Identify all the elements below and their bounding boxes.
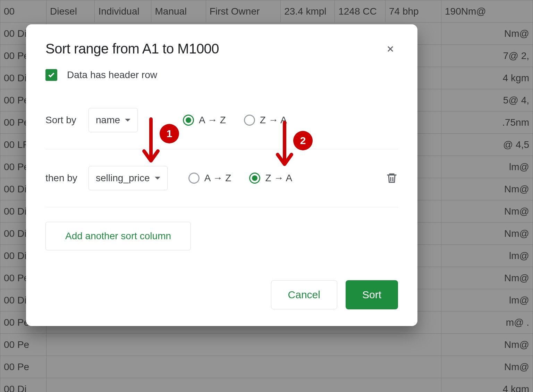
divider (45, 149, 398, 149)
header-row-checkbox[interactable] (45, 69, 57, 81)
sort-button[interactable]: Sort (346, 280, 398, 309)
radio-label: A → Z (204, 173, 231, 184)
add-sort-column-button[interactable]: Add another sort column (45, 222, 191, 250)
sort-desc-radio-1[interactable]: Z → A (244, 115, 287, 126)
sort-row-2: then by selling_price A → Z Z → A (45, 164, 398, 192)
sort-by-label: Sort by (45, 115, 88, 126)
then-by-label: then by (45, 173, 88, 184)
dialog-title: Sort range from A1 to M1000 (45, 41, 219, 57)
sort-range-dialog: Sort range from A1 to M1000 Data has hea… (26, 24, 417, 326)
sort-column-dropdown-1[interactable]: name (88, 108, 138, 132)
dropdown-value: selling_price (96, 173, 150, 184)
dropdown-value: name (96, 115, 120, 126)
sort-asc-radio-1[interactable]: A → Z (183, 115, 226, 126)
cancel-button[interactable]: Cancel (271, 280, 337, 309)
radio-icon (244, 115, 255, 126)
close-icon (386, 44, 395, 54)
divider (45, 207, 398, 207)
radio-icon (188, 173, 200, 184)
sort-row-1: Sort by name A → Z Z → A (45, 106, 398, 134)
chevron-down-icon (125, 119, 130, 122)
trash-icon (386, 172, 398, 184)
close-button[interactable] (383, 41, 398, 57)
radio-label: Z → A (260, 115, 287, 126)
header-row-label: Data has header row (67, 69, 157, 81)
sort-column-dropdown-2[interactable]: selling_price (88, 166, 168, 190)
sort-asc-radio-2[interactable]: A → Z (188, 173, 231, 184)
delete-sort-row-button[interactable] (386, 172, 398, 184)
sort-desc-radio-2[interactable]: Z → A (249, 173, 292, 184)
chevron-down-icon (155, 177, 160, 180)
radio-label: A → Z (199, 115, 226, 126)
radio-icon (249, 173, 260, 184)
radio-label: Z → A (265, 173, 292, 184)
radio-icon (183, 115, 194, 126)
checkmark-icon (48, 71, 55, 79)
